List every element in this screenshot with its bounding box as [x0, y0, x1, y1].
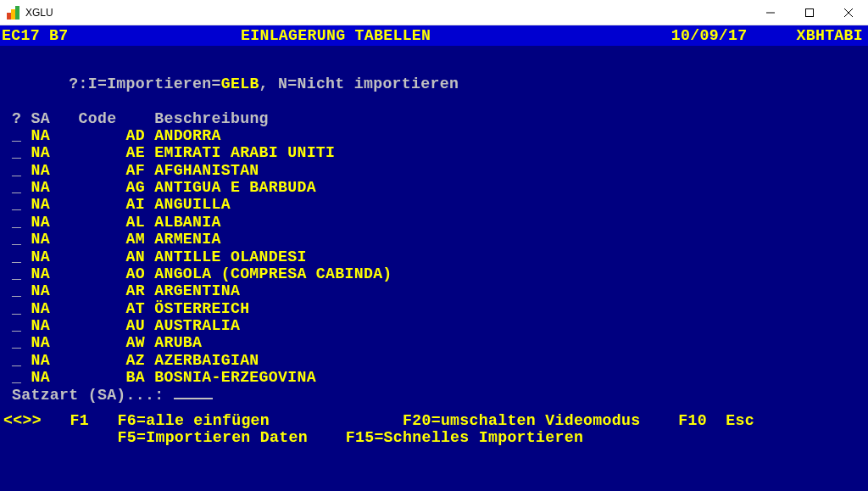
- row-selector[interactable]: _: [12, 214, 21, 231]
- table-row: _ NA AE EMIRATI ARABI UNITI: [12, 144, 860, 161]
- f1-key[interactable]: F1: [70, 412, 89, 429]
- esc-key[interactable]: Esc: [726, 412, 754, 429]
- table-row: _ NA AF AFGHANISTAN: [12, 162, 860, 179]
- row-selector[interactable]: _: [12, 196, 21, 213]
- row-selector[interactable]: _: [12, 144, 21, 161]
- app-icon: [7, 6, 20, 20]
- legend-highlight: GELB: [221, 75, 259, 92]
- col-desc: Beschreibung: [154, 110, 269, 127]
- window-titlebar: XGLU: [0, 0, 868, 25]
- satzart-label: Satzart (SA)...:: [12, 387, 174, 404]
- legend-prefix: ?:I=Importieren=: [69, 75, 220, 92]
- table-row: _ NA AZ AZERBAIGIAN: [12, 352, 860, 369]
- row-selector[interactable]: _: [12, 179, 21, 196]
- window-title: XGLU: [25, 7, 53, 19]
- svg-rect-1: [806, 8, 814, 16]
- legend: ?:I=Importieren=GELB, N=Nicht importiere…: [12, 58, 860, 109]
- header-left: EC17 B7: [2, 27, 69, 44]
- f15-key[interactable]: F15=Schnelles Importieren: [346, 429, 583, 446]
- table-row: _ NA AI ANGUILLA: [12, 196, 860, 213]
- col-code: Code: [79, 110, 117, 127]
- minimize-button[interactable]: [751, 0, 790, 25]
- col-sa: SA: [31, 110, 49, 127]
- row-selector[interactable]: _: [12, 300, 21, 317]
- column-headers: ? SA Code Beschreibung: [12, 110, 860, 127]
- row-selector[interactable]: _: [12, 265, 21, 282]
- maximize-button[interactable]: [790, 0, 829, 25]
- row-selector[interactable]: _: [12, 231, 21, 248]
- f10-key[interactable]: F10: [678, 412, 707, 429]
- close-button[interactable]: [829, 0, 868, 25]
- f20-key[interactable]: F20=umschalten Videomodus: [403, 412, 640, 429]
- row-selector[interactable]: _: [12, 248, 21, 265]
- row-selector[interactable]: _: [12, 127, 21, 144]
- table-row: _ NA AT ÖSTERREICH: [12, 300, 860, 317]
- row-selector[interactable]: _: [12, 334, 21, 351]
- nav-indicator: <<>>: [3, 412, 42, 429]
- data-rows: _ NA AD ANDORRA_ NA AE EMIRATI ARABI UNI…: [12, 127, 860, 387]
- row-selector[interactable]: _: [12, 282, 21, 299]
- satzart-input[interactable]: [174, 388, 213, 399]
- header-date: 10/09/17: [671, 27, 748, 44]
- row-selector[interactable]: _: [12, 369, 21, 386]
- row-selector[interactable]: _: [12, 317, 21, 334]
- screen-header: EC17 B7 EINLAGERUNG TABELLEN 10/09/17 XB…: [0, 25, 868, 46]
- table-row: _ NA AU AUSTRALIA: [12, 317, 860, 334]
- table-row: _ NA BA BOSNIA-ERZEGOVINA: [12, 369, 860, 386]
- satzart-prompt: Satzart (SA)...:: [12, 387, 860, 404]
- table-row: _ NA AD ANDORRA: [12, 127, 860, 144]
- table-row: _ NA AG ANTIGUA E BARBUDA: [12, 179, 860, 196]
- table-row: _ NA AM ARMENIA: [12, 231, 860, 248]
- table-row: _ NA AL ALBANIA: [12, 214, 860, 231]
- function-keys: <<>> F1 F6=alle einfügen F20=umschalten …: [0, 407, 868, 452]
- table-row: _ NA AO ANGOLA (COMPRESA CABINDA): [12, 265, 860, 282]
- table-row: _ NA AN ANTILLE OLANDESI: [12, 248, 860, 265]
- row-selector[interactable]: _: [12, 162, 21, 179]
- table-row: _ NA AR ARGENTINA: [12, 282, 860, 299]
- f5-key[interactable]: F5=Importieren Daten: [118, 429, 308, 446]
- header-right: XBHTABI: [797, 27, 864, 44]
- table-row: _ NA AW ARUBA: [12, 334, 860, 351]
- f6-key[interactable]: F6=alle einfügen: [118, 412, 270, 429]
- row-selector[interactable]: _: [12, 352, 21, 369]
- col-q: ?: [12, 110, 21, 127]
- terminal-screen: EC17 B7 EINLAGERUNG TABELLEN 10/09/17 XB…: [0, 25, 868, 491]
- legend-suffix: , N=Nicht importieren: [259, 75, 459, 92]
- page-title: EINLAGERUNG TABELLEN: [69, 27, 671, 44]
